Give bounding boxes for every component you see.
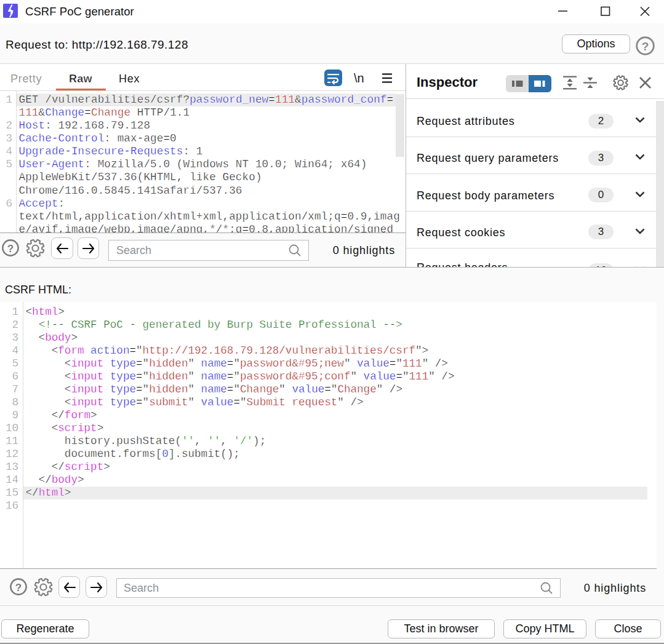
svg-text:?: ? — [7, 243, 14, 255]
svg-text:?: ? — [642, 40, 649, 53]
svg-text:?: ? — [15, 582, 22, 594]
